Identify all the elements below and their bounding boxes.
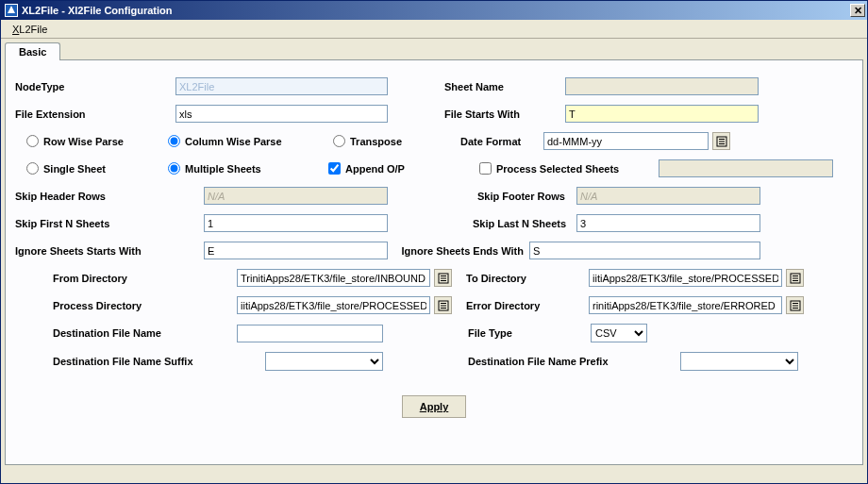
radio-col-wise[interactable]: Column Wise Parse (168, 135, 333, 147)
label-to-dir: To Directory (466, 273, 589, 284)
radio-single-sheet[interactable]: Single Sheet (26, 162, 168, 175)
process-selected-field (659, 159, 833, 177)
label-file-starts-with: File Starts With (444, 108, 565, 120)
error-dir-field[interactable] (589, 296, 782, 314)
checkbox-process-selected-input[interactable] (479, 162, 492, 175)
radio-single-sheet-input[interactable] (26, 162, 39, 175)
label-multiple-sheets: Multiple Sheets (185, 163, 261, 175)
sheetname-field (565, 77, 759, 95)
checkbox-append-op-input[interactable] (328, 162, 341, 175)
label-transpose: Transpose (350, 136, 402, 147)
label-ignore-starts: Ignore Sheets Starts With (15, 245, 204, 257)
dest-suffix-select[interactable] (265, 352, 383, 371)
radio-transpose[interactable]: Transpose (333, 135, 460, 147)
label-error-dir: Error Directory (466, 300, 589, 311)
label-process-selected: Process Selected Sheets (496, 163, 619, 175)
dest-file-name-field[interactable] (237, 325, 383, 342)
menubar: XL2File (1, 20, 867, 39)
menu-xl2file[interactable]: XL2File (7, 22, 53, 37)
label-dest-prefix: Destination File Name Prefix (468, 356, 680, 367)
label-from-dir: From Directory (53, 273, 237, 284)
skip-last-n-field[interactable] (576, 214, 760, 232)
label-file-extension: File Extension (15, 108, 175, 120)
skip-footer-field (576, 187, 760, 205)
date-format-browse-button[interactable] (712, 132, 730, 150)
menu-xl2file-rest: L2File (19, 24, 47, 35)
close-button[interactable]: ✕ (850, 4, 865, 17)
nodetype-field (175, 77, 388, 95)
label-row-wise: Row Wise Parse (43, 136, 124, 147)
list-icon (438, 300, 449, 311)
list-icon (790, 273, 801, 284)
label-dest-file-name: Destination File Name (53, 327, 237, 339)
label-sheetname: Sheet Name (444, 81, 565, 92)
radio-row-wise-input[interactable] (26, 135, 39, 147)
radio-transpose-input[interactable] (333, 135, 345, 147)
label-skip-last-n: Skip Last N Sheets (473, 218, 576, 229)
to-dir-field[interactable] (589, 269, 782, 287)
date-format-field[interactable] (543, 132, 709, 150)
label-dest-suffix: Destination File Name Suffix (53, 356, 265, 367)
checkbox-process-selected[interactable]: Process Selected Sheets (479, 162, 659, 175)
dest-prefix-select[interactable] (680, 352, 798, 371)
label-process-dir: Process Directory (53, 300, 237, 311)
window-frame: XL2File - Xl2File Configuration ✕ XL2Fil… (0, 0, 868, 484)
window-title: XL2File - Xl2File Configuration (22, 5, 173, 16)
process-dir-browse-button[interactable] (434, 296, 452, 314)
radio-row-wise[interactable]: Row Wise Parse (26, 135, 168, 147)
tab-panel-basic: NodeType Sheet Name File Extension File … (5, 59, 863, 465)
process-dir-field[interactable] (237, 296, 430, 314)
radio-col-wise-input[interactable] (168, 135, 180, 147)
skip-header-field (204, 187, 388, 205)
label-single-sheet: Single Sheet (43, 163, 106, 175)
close-icon: ✕ (854, 6, 862, 16)
radio-multiple-sheets[interactable]: Multiple Sheets (168, 162, 328, 175)
label-col-wise: Column Wise Parse (185, 136, 282, 147)
label-file-type: File Type (468, 327, 591, 339)
to-dir-browse-button[interactable] (786, 269, 804, 287)
label-skip-header: Skip Header Rows (15, 191, 204, 202)
file-type-select[interactable]: CSV (591, 324, 647, 342)
list-icon (716, 136, 727, 147)
list-icon (438, 273, 449, 284)
file-extension-field[interactable] (175, 105, 388, 123)
from-dir-field[interactable] (237, 269, 430, 287)
label-skip-footer: Skip Footer Rows (477, 191, 576, 202)
label-append-op: Append O/P (345, 163, 405, 175)
label-nodetype: NodeType (15, 81, 175, 92)
apply-button[interactable]: Apply (402, 395, 467, 418)
error-dir-browse-button[interactable] (786, 296, 804, 314)
titlebar: XL2File - Xl2File Configuration ✕ (1, 1, 867, 20)
list-icon (790, 300, 801, 311)
label-date-format: Date Format (460, 136, 543, 147)
label-skip-first-n: Skip First N Sheets (15, 218, 204, 229)
ignore-starts-field[interactable] (204, 242, 388, 259)
file-starts-with-field[interactable] (565, 105, 759, 123)
checkbox-append-op[interactable]: Append O/P (328, 162, 479, 175)
app-icon (5, 4, 18, 17)
label-ignore-ends: Ignore Sheets Ends With (388, 245, 529, 257)
client-area: Basic NodeType Sheet Name File Extension… (1, 39, 867, 483)
from-dir-browse-button[interactable] (434, 269, 452, 287)
skip-first-n-field[interactable] (204, 214, 388, 232)
radio-multiple-sheets-input[interactable] (168, 162, 180, 175)
tab-basic[interactable]: Basic (5, 42, 60, 60)
ignore-ends-field[interactable] (529, 242, 760, 259)
